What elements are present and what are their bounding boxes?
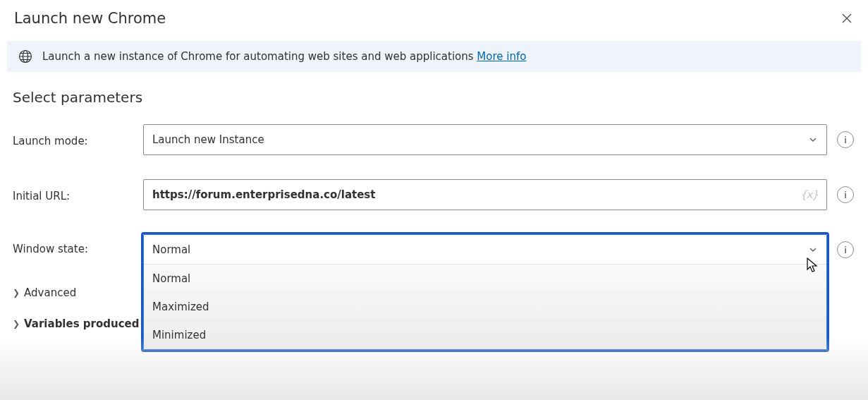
initial-url-value: https://forum.enterprisedna.co/latest	[152, 188, 800, 201]
info-icon: i	[844, 190, 847, 200]
window-state-label: Window state:	[13, 234, 136, 255]
initial-url-input[interactable]: https://forum.enterprisedna.co/latest {x…	[143, 179, 827, 210]
variable-token-icon[interactable]: {x}	[800, 188, 818, 201]
initial-url-info-button[interactable]: i	[837, 186, 854, 203]
window-state-option-maximized[interactable]: Maximized	[144, 293, 826, 321]
launch-mode-value: Launch new Instance	[152, 133, 264, 146]
chevron-down-icon	[808, 245, 818, 255]
section-title: Select parameters	[13, 89, 855, 106]
chevron-down-icon	[808, 135, 818, 145]
chevron-right-icon: ❯	[13, 319, 20, 329]
info-bar: Launch a new instance of Chrome for auto…	[7, 41, 861, 72]
window-state-select[interactable]: Normal Normal Maximized Minimized	[143, 234, 827, 350]
globe-icon	[18, 49, 32, 63]
close-icon	[842, 13, 852, 23]
window-state-dropdown-list: Normal Maximized Minimized	[144, 265, 826, 349]
window-state-option-minimized[interactable]: Minimized	[144, 321, 826, 349]
launch-mode-select[interactable]: Launch new Instance	[143, 124, 827, 155]
window-state-value: Normal	[152, 243, 190, 256]
dialog-title: Launch new Chrome	[14, 10, 166, 27]
close-button[interactable]	[840, 11, 854, 25]
launch-mode-label: Launch mode:	[13, 132, 136, 147]
window-state-option-normal[interactable]: Normal	[144, 265, 826, 293]
info-icon: i	[844, 245, 847, 255]
window-state-info-button[interactable]: i	[837, 241, 854, 258]
info-text: Launch a new instance of Chrome for auto…	[42, 50, 526, 63]
initial-url-label: Initial URL:	[13, 187, 136, 202]
more-info-link[interactable]: More info	[477, 50, 526, 63]
chevron-right-icon: ❯	[13, 288, 20, 298]
launch-mode-info-button[interactable]: i	[837, 131, 854, 148]
info-icon: i	[844, 135, 847, 145]
